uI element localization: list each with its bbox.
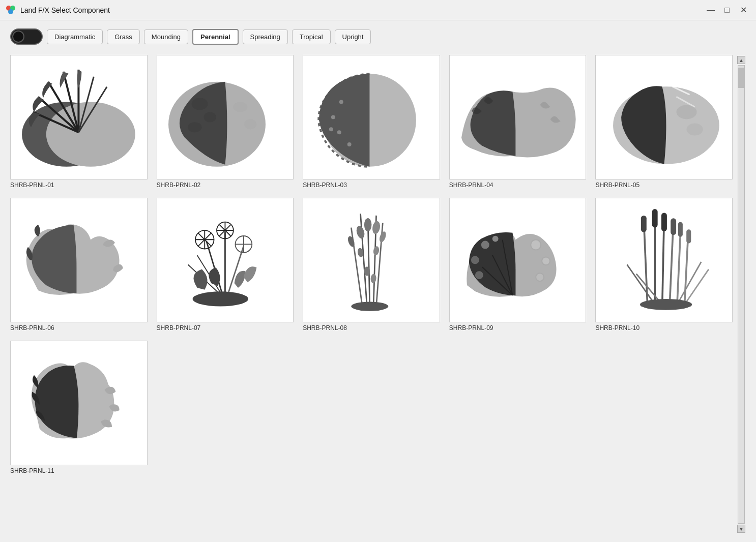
svg-point-67 bbox=[531, 240, 541, 250]
svg-point-53 bbox=[355, 225, 366, 239]
main-content: Diagrammatic Grass Mounding Perennial Sp… bbox=[0, 20, 756, 542]
svg-line-88 bbox=[684, 269, 708, 305]
svg-rect-84 bbox=[686, 229, 691, 243]
item-thumbnail-11[interactable] bbox=[10, 341, 148, 465]
list-item: SHRB-PRNL-09 bbox=[449, 198, 587, 332]
filter-btn-spreading[interactable]: Spreading bbox=[243, 29, 288, 44]
svg-point-55 bbox=[371, 221, 381, 235]
svg-point-23 bbox=[329, 127, 333, 131]
item-label-06: SHRB-PRNL-06 bbox=[10, 324, 54, 332]
item-label-09: SHRB-PRNL-09 bbox=[449, 324, 493, 332]
item-label-10: SHRB-PRNL-10 bbox=[595, 324, 639, 332]
item-thumbnail-05[interactable] bbox=[595, 55, 733, 179]
item-thumbnail-08[interactable] bbox=[303, 198, 440, 322]
item-label-02: SHRB-PRNL-02 bbox=[157, 182, 201, 189]
svg-point-60 bbox=[364, 266, 369, 276]
minimize-button[interactable]: — bbox=[703, 3, 718, 17]
filter-btn-tropical[interactable]: Tropical bbox=[292, 29, 331, 44]
svg-point-28 bbox=[686, 124, 703, 136]
svg-point-54 bbox=[364, 219, 371, 232]
toggle-switch[interactable] bbox=[10, 28, 43, 45]
svg-point-69 bbox=[536, 273, 544, 281]
scroll-up-button[interactable]: ▲ bbox=[737, 56, 745, 64]
scroll-thumb[interactable] bbox=[738, 68, 744, 88]
title-bar: Land F/X Select Component — □ ✕ bbox=[0, 0, 756, 20]
svg-point-61 bbox=[370, 274, 376, 284]
svg-rect-80 bbox=[652, 209, 657, 227]
svg-point-64 bbox=[471, 256, 479, 264]
svg-point-22 bbox=[347, 142, 351, 146]
svg-line-49 bbox=[368, 219, 370, 307]
svg-point-56 bbox=[378, 231, 387, 243]
toolbar: Diagrammatic Grass Mounding Perennial Sp… bbox=[10, 28, 746, 45]
svg-point-13 bbox=[192, 98, 208, 110]
item-thumbnail-07[interactable] bbox=[157, 198, 294, 322]
item-thumbnail-10[interactable] bbox=[595, 198, 733, 322]
item-label-05: SHRB-PRNL-05 bbox=[595, 182, 639, 189]
scroll-track bbox=[738, 65, 745, 524]
item-thumbnail-06[interactable] bbox=[10, 198, 148, 322]
window-title: Land F/X Select Component bbox=[20, 6, 110, 14]
filter-btn-grass[interactable]: Grass bbox=[107, 29, 140, 44]
item-thumbnail-01[interactable] bbox=[10, 55, 148, 179]
svg-point-68 bbox=[542, 257, 550, 265]
title-bar-controls: — □ ✕ bbox=[703, 3, 751, 17]
svg-point-47 bbox=[193, 292, 248, 307]
svg-point-63 bbox=[481, 241, 489, 249]
svg-rect-83 bbox=[678, 222, 683, 237]
svg-point-66 bbox=[492, 236, 499, 242]
list-item: SHRB-PRNL-07 bbox=[157, 198, 294, 332]
list-item: SHRB-PRNL-08 bbox=[303, 198, 440, 332]
svg-point-15 bbox=[188, 122, 202, 132]
item-label-08: SHRB-PRNL-08 bbox=[303, 324, 347, 332]
svg-point-2 bbox=[8, 9, 13, 14]
item-label-04: SHRB-PRNL-04 bbox=[449, 182, 493, 189]
svg-line-85 bbox=[627, 265, 655, 305]
item-label-01: SHRB-PRNL-01 bbox=[10, 182, 54, 189]
toggle-knob bbox=[12, 31, 24, 43]
svg-rect-82 bbox=[671, 219, 676, 235]
svg-point-20 bbox=[331, 115, 335, 119]
scroll-down-button[interactable]: ▼ bbox=[737, 525, 745, 533]
list-item: SHRB-PRNL-06 bbox=[10, 198, 148, 332]
svg-point-89 bbox=[640, 299, 692, 310]
svg-point-62 bbox=[351, 302, 388, 311]
svg-point-17 bbox=[244, 119, 256, 130]
close-button[interactable]: ✕ bbox=[736, 3, 751, 17]
item-label-03: SHRB-PRNL-03 bbox=[303, 182, 347, 189]
svg-rect-79 bbox=[641, 216, 647, 232]
list-item: SHRB-PRNL-05 bbox=[595, 55, 733, 189]
list-item: SHRB-PRNL-11 bbox=[10, 341, 148, 474]
title-bar-left: Land F/X Select Component bbox=[5, 5, 110, 16]
app-icon bbox=[5, 5, 16, 16]
item-thumbnail-04[interactable] bbox=[449, 55, 587, 179]
item-thumbnail-09[interactable] bbox=[449, 198, 587, 322]
item-label-07: SHRB-PRNL-07 bbox=[157, 324, 201, 332]
svg-point-27 bbox=[676, 105, 696, 119]
filter-btn-perennial[interactable]: Perennial bbox=[192, 29, 239, 45]
svg-point-14 bbox=[204, 112, 216, 123]
list-item: SHRB-PRNL-04 bbox=[449, 55, 587, 189]
svg-point-16 bbox=[233, 102, 247, 112]
item-thumbnail-02[interactable] bbox=[157, 55, 294, 179]
filter-btn-mounding[interactable]: Mounding bbox=[144, 29, 188, 44]
svg-point-19 bbox=[339, 100, 343, 104]
svg-rect-81 bbox=[661, 213, 667, 231]
list-item: SHRB-PRNL-01 bbox=[10, 55, 148, 189]
filter-btn-diagrammatic[interactable]: Diagrammatic bbox=[47, 29, 103, 44]
item-thumbnail-03[interactable] bbox=[303, 55, 440, 179]
items-grid: SHRB-PRNL-01 SHRB-PRNL-02 bbox=[10, 55, 737, 534]
list-item: SHRB-PRNL-02 bbox=[157, 55, 294, 189]
filter-btn-upright[interactable]: Upright bbox=[335, 29, 371, 44]
svg-point-65 bbox=[475, 272, 483, 280]
svg-point-59 bbox=[372, 246, 380, 256]
svg-point-21 bbox=[337, 130, 341, 134]
list-item: SHRB-PRNL-03 bbox=[303, 55, 440, 189]
list-item: SHRB-PRNL-10 bbox=[595, 198, 733, 332]
item-label-11: SHRB-PRNL-11 bbox=[10, 467, 54, 474]
scrollbar: ▲ ▼ bbox=[737, 55, 746, 534]
grid-area: SHRB-PRNL-01 SHRB-PRNL-02 bbox=[10, 55, 746, 534]
maximize-button[interactable]: □ bbox=[719, 3, 735, 17]
